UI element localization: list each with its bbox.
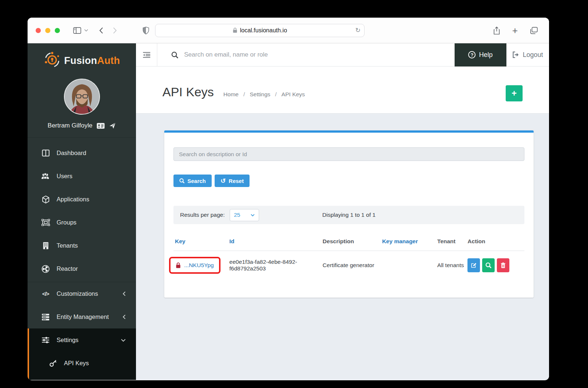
add-api-key-button[interactable]: + <box>506 85 523 101</box>
sidebar-item-customizations[interactable]: </> Customizations <box>28 282 136 305</box>
sidebar-item-label: Dashboard <box>57 150 86 157</box>
user-profile: Bertram Gilfoyle <box>28 73 136 138</box>
search-icon <box>485 262 491 268</box>
id-card-icon[interactable] <box>97 123 105 129</box>
sidebar-collapsible-group: </> Customizations Entity Management <box>28 282 136 328</box>
results-per-page-label: Results per page: <box>180 212 225 218</box>
new-tab-icon[interactable]: + <box>512 26 518 35</box>
reload-icon[interactable]: ↻ <box>355 26 361 34</box>
sidebar-settings-section: Settings API Keys <box>28 328 136 380</box>
column-header-key-manager[interactable]: Key manager <box>381 233 436 251</box>
row-actions <box>467 258 523 272</box>
logout-label: Logout <box>523 51 543 59</box>
sidebar-item-label: Customizations <box>57 290 98 297</box>
trash-icon <box>501 262 506 268</box>
sidebar-item-label: Reactor <box>57 265 78 272</box>
results-bar: Results per page: 25 Displaying 1 to 1 o… <box>173 206 524 224</box>
tab-overview-icon[interactable] <box>530 27 538 34</box>
chevron-down-icon <box>251 214 255 216</box>
logout-button[interactable]: Logout <box>506 43 549 67</box>
sliders-icon <box>41 337 50 344</box>
browser-back-button[interactable] <box>99 27 103 34</box>
browser-forward-button[interactable] <box>113 27 117 34</box>
chevron-left-icon <box>123 315 126 319</box>
breadcrumb: Home / Settings / API Keys <box>223 91 305 98</box>
column-header-key[interactable]: Key <box>173 233 228 251</box>
reset-icon: ↺ <box>220 178 226 184</box>
api-key-id: ee0e1f3a-fa82-4ebe-8492-f6d8792a2503 <box>228 251 321 280</box>
edit-button[interactable] <box>467 258 480 272</box>
content-area: Search ↺ Reset Results per page: 25 <box>136 114 549 380</box>
server-icon <box>41 313 50 321</box>
api-keys-card: Search ↺ Reset Results per page: 25 <box>164 130 534 298</box>
fusionauth-logo-icon <box>44 51 61 70</box>
locale-paper-plane-icon[interactable] <box>109 122 116 129</box>
close-window-button[interactable] <box>36 28 41 33</box>
main-area: ? Help Logout API Keys Home / Settings / <box>136 43 549 380</box>
sidebar-item-reactor[interactable]: Reactor <box>28 257 136 280</box>
api-key-link[interactable]: ...NKU5Ypg <box>184 262 214 269</box>
sidebar-item-settings[interactable]: Settings <box>29 328 136 352</box>
sidebar-item-dashboard[interactable]: Dashboard <box>28 141 136 165</box>
search-button[interactable]: Search <box>173 175 212 187</box>
https-lock-icon <box>233 28 237 33</box>
sidebar-item-applications[interactable]: Applications <box>28 188 136 211</box>
sidebar-item-users[interactable]: Users <box>28 165 136 188</box>
key-icon <box>48 359 58 367</box>
sidebar: FusionAuth <box>28 43 136 380</box>
api-key-tenant: All tenants <box>436 251 466 280</box>
groups-icon <box>41 219 50 226</box>
search-icon <box>179 178 184 183</box>
sidebar-item-label: Tenants <box>57 242 78 249</box>
sidebar-item-label: Applications <box>57 196 89 203</box>
applications-cube-icon <box>41 195 50 204</box>
fusionauth-logo: FusionAuth <box>28 43 136 73</box>
page-header: API Keys Home / Settings / API Keys + <box>136 67 549 114</box>
browser-chrome: local.fusionauth.io ↻ + <box>28 18 549 43</box>
view-button[interactable] <box>482 258 495 272</box>
global-search-input[interactable] <box>184 51 368 58</box>
sidebar-item-tenants[interactable]: Tenants <box>28 234 136 257</box>
breadcrumb-api-keys: API Keys <box>282 91 305 98</box>
app-topbar: ? Help Logout <box>136 43 549 67</box>
help-button[interactable]: ? Help <box>455 43 506 67</box>
privacy-shield-icon[interactable] <box>143 26 149 35</box>
chevron-down-icon <box>121 339 126 342</box>
sidebar-item-label: Users <box>57 173 72 180</box>
sidebar-collapse-button[interactable] <box>136 43 157 67</box>
maximize-window-button[interactable] <box>55 28 60 33</box>
reset-button[interactable]: ↺ Reset <box>215 175 250 187</box>
breadcrumb-settings[interactable]: Settings <box>250 91 270 98</box>
annotation-highlight-box: ...NKU5Ypg <box>169 257 220 274</box>
code-icon: </> <box>41 291 50 297</box>
avatar[interactable] <box>64 79 100 115</box>
sidebar-item-entity-management[interactable]: Entity Management <box>28 305 136 328</box>
column-header-description: Description <box>321 233 381 251</box>
user-name: Bertram Gilfoyle <box>48 122 93 129</box>
traffic-lights <box>36 28 60 33</box>
address-bar[interactable]: local.fusionauth.io ↻ <box>155 24 365 37</box>
search-icon <box>171 51 178 58</box>
page-title: API Keys <box>162 85 214 99</box>
results-per-page-select[interactable]: 25 <box>230 209 259 221</box>
sidebar-menu-chevron-icon[interactable] <box>84 29 88 32</box>
tenants-building-icon <box>41 242 50 249</box>
column-header-id[interactable]: Id <box>228 233 321 251</box>
sidebar-item-api-keys[interactable]: API Keys <box>29 352 136 375</box>
api-keys-table: Key Id Description Key manager Tenant Ac… <box>173 233 524 280</box>
sidebar-item-label: Entity Management <box>57 313 109 320</box>
api-key-search-input[interactable] <box>173 147 524 161</box>
table-row: ...NKU5Ypg ee0e1f3a-fa82-4ebe-8492-f6d87… <box>173 251 524 280</box>
sidebar-item-label: Settings <box>57 337 79 344</box>
sidebar-nav: Dashboard Users Applications Groups Tena… <box>28 138 136 282</box>
browser-sidebar-toggle-icon[interactable] <box>73 27 81 34</box>
breadcrumb-home[interactable]: Home <box>223 91 239 98</box>
minimize-window-button[interactable] <box>45 28 50 33</box>
help-label: Help <box>479 51 492 59</box>
lock-icon <box>176 262 181 268</box>
column-header-action: Action <box>466 233 524 251</box>
share-icon[interactable] <box>493 26 500 35</box>
delete-button[interactable] <box>497 258 509 272</box>
sidebar-item-groups[interactable]: Groups <box>28 211 136 234</box>
url-text: local.fusionauth.io <box>240 27 287 34</box>
